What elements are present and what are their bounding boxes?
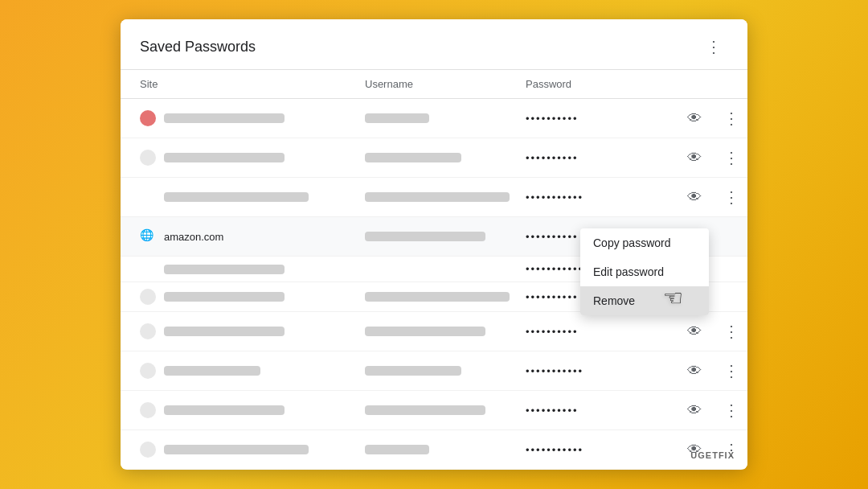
password-dots: •••••••••• [526,113,670,125]
username-cell [365,153,526,162]
site-name-blurred [164,292,285,302]
show-password-icon[interactable]: 👁 [670,402,719,419]
username-blurred [365,192,510,202]
header-more-icon[interactable]: ⋮ [699,34,728,60]
site-cell [140,110,365,126]
row-more-icon[interactable]: ⋮ [719,105,744,131]
site-favicon [140,363,156,379]
col-site: Site [140,78,365,90]
context-menu: Copy password Edit password Remove [580,228,709,315]
username-cell [365,292,526,302]
copy-password-menu-item[interactable]: Copy password [580,228,709,257]
site-cell [140,442,365,458]
username-cell [365,445,526,454]
row-more-icon[interactable]: ⋮ [719,318,744,344]
site-favicon [140,402,156,418]
username-blurred [365,445,429,454]
site-name-blurred [164,327,285,336]
watermark: UGETFIX [690,450,735,460]
username-cell [365,405,526,415]
password-dots: ••••••••••• [526,191,670,203]
show-password-icon[interactable]: 👁 [670,363,719,380]
site-cell: 🌐 amazon.com [140,228,365,244]
username-blurred [365,405,485,415]
username-cell [365,232,526,241]
edit-password-menu-item[interactable]: Edit password [580,257,709,286]
table-header: Site Username Password [121,70,747,99]
password-dots: ••••••••••• [526,365,670,377]
row-more-icon[interactable]: ⋮ [719,358,744,384]
site-favicon: 🌐 [140,228,156,244]
page-title: Saved Passwords [140,39,256,55]
site-favicon [140,323,156,339]
username-blurred [365,292,510,302]
username-blurred [365,232,485,241]
site-cell [140,150,365,166]
table-row: ••••••••••• 👁 ⋮ [121,178,747,217]
site-cell [140,323,365,339]
table-row: •••••••••• 👁 ⋮ [121,312,747,351]
username-blurred [365,366,461,376]
row-more-icon[interactable]: ⋮ [719,145,744,171]
username-blurred [365,153,461,162]
table-row: •••••••••• 👁 ⋮ [121,138,747,178]
password-dots: •••••••••• [526,326,670,338]
username-blurred [365,113,429,123]
site-name: amazon.com [164,231,223,243]
site-cell [140,192,365,202]
site-cell [140,363,365,379]
site-name-blurred [164,366,260,376]
site-name-blurred [164,405,285,415]
table-row: ••••••••••• 👁 ⋮ [121,351,747,391]
username-cell [365,192,526,202]
site-name-blurred [164,445,309,454]
site-name-blurred [164,153,285,162]
site-favicon [140,289,156,305]
password-dots: •••••••••• [526,405,670,417]
site-favicon [140,110,156,126]
site-cell [140,402,365,418]
table-row: •••••••••• 👁 ⋮ [121,391,747,430]
site-name-blurred [164,113,285,123]
site-name-blurred [164,192,309,202]
username-blurred [365,327,485,336]
table-row: •••••••••• 👁 ⋮ [121,99,747,138]
col-username: Username [365,78,526,90]
browser-card: Saved Passwords ⋮ Site Username Password… [121,19,747,470]
username-cell [365,113,526,123]
site-favicon [140,442,156,458]
col-password: Password [526,78,670,90]
row-more-icon[interactable]: ⋮ [719,184,744,210]
username-cell [365,327,526,336]
remove-menu-item[interactable]: Remove [580,286,709,315]
site-cell [140,289,365,305]
show-password-icon[interactable]: 👁 [670,150,719,166]
site-cell [140,265,365,274]
password-dots: ••••••••••• [526,444,670,456]
show-password-icon[interactable]: 👁 [670,189,719,206]
show-password-icon[interactable]: 👁 [670,323,719,340]
table-row: ••••••••••• 👁 ⋮ [121,430,747,469]
username-cell [365,366,526,376]
card-header: Saved Passwords ⋮ [121,19,747,70]
row-more-icon[interactable]: ⋮ [719,397,744,423]
site-name-blurred [164,265,285,274]
password-dots: •••••••••• [526,152,670,164]
show-password-icon[interactable]: 👁 [670,110,719,127]
site-favicon [140,150,156,166]
